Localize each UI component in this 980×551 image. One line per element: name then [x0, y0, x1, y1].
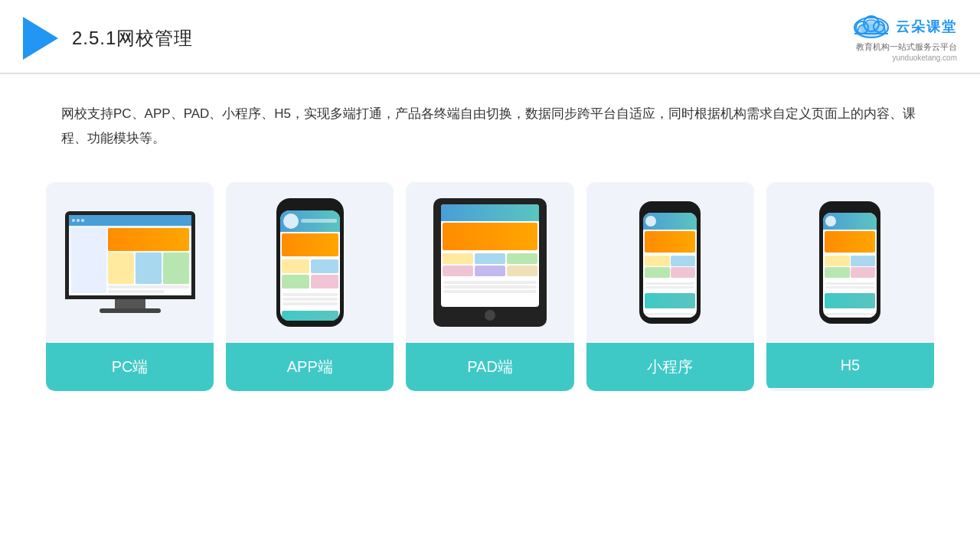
tgrid-1 — [443, 253, 473, 264]
mgrid-4 — [671, 267, 696, 278]
cloud-logo-group: 云朵课堂 — [851, 14, 957, 40]
tgrid-5 — [475, 266, 505, 276]
card-app-label: APP端 — [226, 343, 394, 391]
pad-screen — [441, 204, 539, 307]
app-screen-top — [280, 210, 340, 232]
pad-screen-lines — [441, 278, 539, 296]
tablet-line-3 — [443, 290, 537, 293]
card-pc-label: PC端 — [46, 343, 214, 391]
h5-screen-lines — [823, 279, 877, 292]
description-text: 网校支持PC、APP、PAD、小程序、H5，实现多端打通，产品各终端自由切换，数… — [0, 74, 980, 167]
grid-item-3 — [282, 275, 309, 289]
h5-screen-lines-2 — [823, 310, 877, 318]
hgrid-3 — [825, 267, 850, 278]
mini-screen-lines-2 — [643, 310, 697, 318]
h5-line-2 — [825, 286, 874, 289]
mgrid-3 — [645, 267, 670, 278]
header: 2.5.1网校管理 云朵课堂 教育机构一站式服务云平台 yunduoketang… — [0, 0, 980, 74]
description-content: 网校支持PC、APP、PAD、小程序、H5，实现多端打通，产品各终端自由切换，数… — [61, 106, 916, 145]
card-app-image — [226, 182, 394, 343]
tgrid-3 — [507, 253, 537, 264]
card-pc: PC端 — [46, 182, 214, 391]
h5-screen-grid — [823, 254, 877, 279]
pad-screen-banner — [443, 223, 537, 250]
tablet-line-2 — [443, 285, 537, 289]
grid-item-1 — [282, 259, 309, 273]
card-miniprogram-label: 小程序 — [586, 343, 754, 391]
h5-line-3 — [825, 313, 874, 315]
card-h5-image — [766, 182, 934, 343]
pc-dot-2 — [77, 219, 80, 222]
grid-item-4 — [311, 275, 338, 289]
card-pad-label: PAD端 — [406, 343, 573, 391]
pc-dot-3 — [81, 219, 84, 222]
card-pc-image — [46, 182, 214, 343]
mini-screen-top — [643, 213, 697, 230]
card-miniprogram-image — [586, 182, 754, 343]
pc-base — [100, 308, 161, 313]
pad-screen-grid — [441, 252, 539, 278]
mini-line-4 — [645, 317, 694, 318]
tablet-home-button — [485, 310, 495, 321]
logo-url: yunduoketang.com — [892, 54, 957, 62]
card-h5: H5 — [766, 182, 934, 391]
app-phone-outer — [276, 198, 344, 327]
h5-phone-outer — [819, 201, 880, 324]
mini-line-2 — [645, 286, 694, 289]
mini-screen-lines — [643, 279, 697, 292]
tgrid-6 — [507, 266, 537, 276]
pad-outer — [433, 198, 547, 327]
app-screen-banner — [282, 233, 338, 256]
mini-green-block — [645, 293, 695, 308]
pc-screen-content — [69, 215, 191, 295]
h5-avatar — [825, 216, 836, 227]
mini-avatar — [645, 216, 656, 227]
h5-screen-banner — [825, 231, 875, 253]
miniprogram-phone-mockup — [639, 201, 701, 324]
card-pad-image — [406, 182, 573, 343]
tgrid-2 — [475, 253, 505, 264]
grid-item-2 — [311, 259, 338, 273]
h5-phone-mockup — [819, 201, 880, 324]
pc-stand — [115, 299, 145, 308]
miniprogram-phone-outer — [639, 201, 701, 324]
pc-mockup — [65, 211, 195, 313]
mini-notch — [661, 208, 679, 212]
title-main: 网校管理 — [116, 28, 193, 48]
card-h5-label: H5 — [766, 343, 934, 388]
header-left: 2.5.1网校管理 — [23, 17, 193, 60]
phone-line-2 — [283, 298, 338, 301]
phone-line-3 — [283, 302, 338, 305]
phone-notch — [299, 206, 321, 210]
mini-screen-grid — [643, 254, 697, 279]
phone-line-1 — [283, 293, 338, 296]
card-miniprogram: 小程序 — [586, 182, 754, 391]
app-screen-lines — [280, 290, 340, 308]
mini-screen-banner — [645, 231, 695, 253]
logo-subtitle: 教育机构一站式服务云平台 — [856, 41, 957, 53]
page-title: 2.5.1网校管理 — [72, 25, 193, 51]
hgrid-2 — [851, 256, 876, 266]
h5-green-block — [825, 293, 875, 308]
app-phone-mockup — [276, 198, 344, 327]
card-pad: PAD端 — [406, 182, 573, 391]
h5-notch — [841, 208, 859, 212]
cloud-icon — [851, 14, 891, 40]
hgrid-1 — [825, 256, 850, 266]
pc-screen — [65, 211, 195, 299]
logo-triangle-icon — [23, 17, 58, 60]
mini-line-1 — [645, 282, 694, 285]
cards-container: PC端 — [0, 167, 980, 391]
mgrid-2 — [671, 256, 696, 266]
h5-line-1 — [825, 282, 874, 285]
h5-screen-top — [823, 213, 877, 230]
miniprogram-screen — [643, 213, 697, 318]
card-app: APP端 — [226, 182, 394, 391]
title-prefix: 2.5.1 — [72, 28, 116, 48]
logo-text: 云朵课堂 — [896, 18, 957, 36]
app-screen-grid — [280, 258, 340, 290]
h5-line-4 — [825, 317, 874, 318]
h5-screen — [823, 213, 877, 318]
pc-screen-bar — [69, 215, 191, 226]
mini-line-3 — [645, 313, 694, 315]
